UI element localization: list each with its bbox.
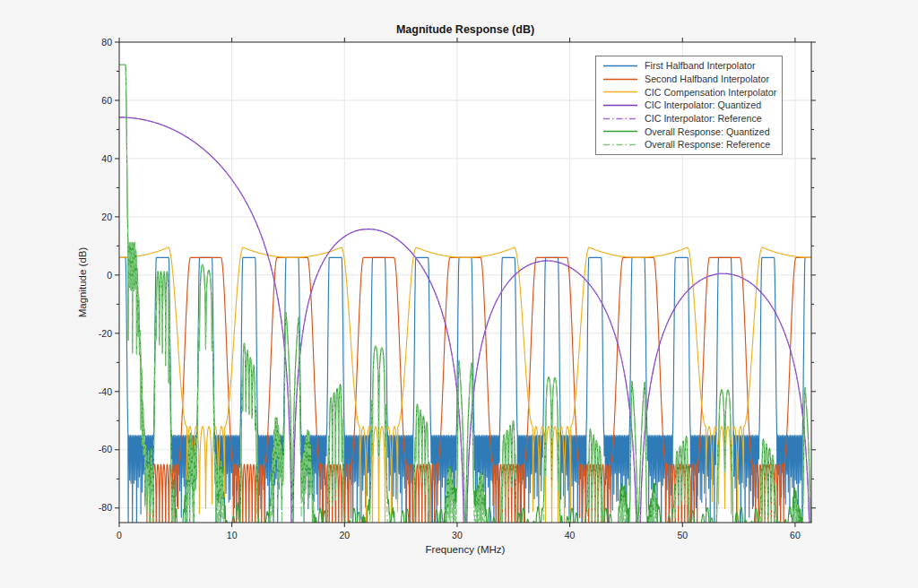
legend-item-label: Overall Response: Quantized <box>645 126 770 137</box>
legend-item-label: First Halfband Interpolator <box>645 60 756 71</box>
legend-item-label: CIC Interpolator: Reference <box>645 113 762 124</box>
x-tick-label: 0 <box>117 530 122 540</box>
legend-line-swatch-icon <box>602 88 638 96</box>
legend-item-label: Second Halfband Interpolator <box>645 74 769 84</box>
legend-item-label: Overall Response: Reference <box>645 139 770 150</box>
page-title: Magnitude Response (dB) <box>119 23 811 36</box>
y-tick-label: 40 <box>101 153 112 164</box>
legend-item-cic-compensation-interpolator[interactable]: CIC Compensation Interpolator <box>596 85 776 99</box>
y-tick-label: 20 <box>101 212 112 222</box>
legend[interactable]: First Halfband InterpolatorSecond Halfba… <box>595 56 783 155</box>
figure-canvas: 0102030405060-80-60-40-20020406080 Magni… <box>0 0 918 588</box>
x-axis-label: Frequency (MHz) <box>119 544 811 555</box>
y-tick-label: 0 <box>107 270 112 281</box>
legend-line-swatch-icon <box>602 127 638 135</box>
x-tick-label: 10 <box>227 530 238 540</box>
y-tick-label: -60 <box>99 444 112 454</box>
x-tick-label: 40 <box>565 530 576 540</box>
x-tick-label: 20 <box>339 530 350 540</box>
x-tick-label: 50 <box>677 530 688 540</box>
legend-line-swatch-icon <box>602 115 638 123</box>
legend-item-overall-response-reference[interactable]: Overall Response: Reference <box>596 138 776 151</box>
legend-item-label: CIC Interpolator: Quantized <box>645 99 761 110</box>
x-tick-label: 30 <box>452 530 463 540</box>
y-tick-label: 60 <box>101 95 112 106</box>
y-tick-label: 80 <box>101 37 112 48</box>
legend-item-cic-interpolator-reference[interactable]: CIC Interpolator: Reference <box>596 112 776 125</box>
legend-line-swatch-icon <box>602 62 638 70</box>
legend-line-swatch-icon <box>602 101 638 109</box>
legend-item-overall-response-quantized[interactable]: Overall Response: Quantized <box>596 125 776 138</box>
y-tick-label: -80 <box>99 502 112 513</box>
y-axis-label: Magnitude (dB) <box>77 247 88 318</box>
legend-item-second-halfband-interpolator[interactable]: Second Halfband Interpolator <box>596 73 776 86</box>
legend-line-swatch-icon <box>602 75 638 83</box>
legend-item-label: CIC Compensation Interpolator <box>645 87 776 98</box>
y-tick-label: -40 <box>99 386 112 397</box>
y-tick-label: -20 <box>99 328 112 339</box>
legend-item-cic-interpolator-quantized[interactable]: CIC Interpolator: Quantized <box>596 99 776 112</box>
legend-item-first-halfband-interpolator[interactable]: First Halfband Interpolator <box>596 59 776 73</box>
legend-line-swatch-icon <box>602 141 638 149</box>
x-tick-label: 60 <box>790 530 801 540</box>
